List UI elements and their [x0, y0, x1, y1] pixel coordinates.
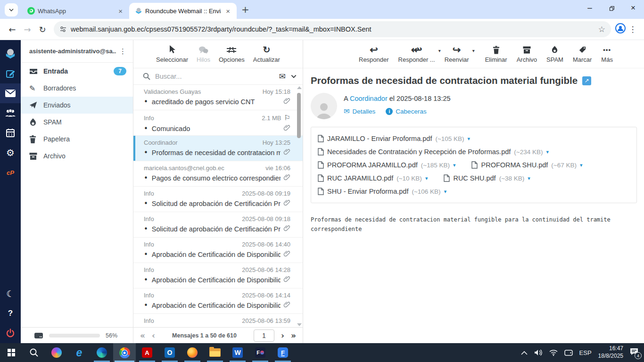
folder-papelera[interactable]: Papelera	[21, 131, 133, 148]
message-row[interactable]: Info2025-08-08 09:19 •Solicitud de aprob…	[133, 187, 303, 212]
tab-close-icon[interactable]: ×	[224, 7, 232, 15]
spam-button[interactable]: SPAM	[546, 45, 563, 63]
fs-app-button[interactable]: F	[249, 343, 272, 362]
close-button[interactable]: ×	[622, 0, 644, 16]
reply-all-caret-icon[interactable]: ▾	[438, 48, 441, 53]
internet-explorer-button[interactable]: e	[68, 343, 91, 362]
mark-button[interactable]: Marcar	[573, 45, 592, 63]
folder-enviados[interactable]: Enviados	[21, 97, 133, 114]
reply-all-button[interactable]: ↩ Responder ... ▾	[398, 45, 435, 63]
attachment-name[interactable]: PROFORMA JARAMILLO.pdf	[327, 161, 418, 169]
attachment[interactable]: SHU - Enviar Proforma.pdf(~106 KB)▾	[318, 188, 446, 195]
message-row-selected[interactable]: CoordinadorHoy 13:25 •Proformas de neces…	[133, 136, 303, 161]
attachment[interactable]: PROFORMA JARAMILLO.pdf(~185 KB)▾	[318, 161, 455, 169]
dark-mode-button[interactable]: ☾	[0, 284, 21, 304]
attachment-menu-caret-icon[interactable]: ▾	[580, 162, 583, 168]
open-in-new-window-icon[interactable]: ↗	[582, 76, 591, 85]
folder-spam[interactable]: SPAM	[21, 114, 133, 131]
search-input[interactable]	[155, 73, 279, 80]
folder-borradores[interactable]: ✎ Borradores	[21, 80, 133, 97]
reply-button[interactable]: ↩ Responder	[359, 45, 389, 63]
taskbar-clock[interactable]: 16:47 18/8/2025	[598, 345, 623, 360]
url-text[interactable]: webmail.sanjuan.gob.ec/cpsess0751905572/…	[71, 25, 598, 33]
attachment-menu-caret-icon[interactable]: ▾	[528, 175, 530, 181]
attachment-name[interactable]: RUC JARAMILLO.pdf	[327, 174, 393, 182]
account-menu-icon[interactable]: ⋮	[116, 47, 129, 56]
forward-button[interactable]: →	[20, 22, 35, 37]
calendar-nav-button[interactable]	[0, 123, 21, 143]
page-number-input[interactable]: 1	[254, 329, 274, 342]
notification-center-button[interactable]: 4	[630, 348, 638, 357]
site-settings-icon[interactable]	[59, 25, 67, 33]
attachment[interactable]: Necesidades de Contratación y Recepción …	[318, 148, 549, 156]
mail-nav-button[interactable]	[0, 83, 21, 103]
options-button[interactable]: Opciones	[219, 45, 245, 63]
search-scope-envelope-icon[interactable]: ✉	[279, 72, 286, 81]
message-row[interactable]: Info2025-08-06 14:40 •Aprobación de Cert…	[133, 238, 303, 263]
attachment-menu-caret-icon[interactable]: ▾	[468, 136, 471, 142]
headers-link[interactable]: iCabeceras	[386, 107, 426, 115]
details-link[interactable]: ✉Detalles	[344, 107, 375, 115]
word-button[interactable]: W	[226, 343, 249, 362]
recipient-link[interactable]: Coordinador	[350, 95, 388, 102]
copilot-button[interactable]	[45, 343, 68, 362]
tab-whatsapp[interactable]: WhatsApp ×	[22, 3, 129, 19]
attachment[interactable]: RUC JARAMILLO.pdf(~10 KB)▾	[318, 174, 428, 182]
message-row[interactable]: Validaciones GuayasHoy 15:18 •acreditado…	[133, 85, 303, 110]
scrollbar-thumb[interactable]	[297, 93, 301, 138]
attachment-menu-caret-icon[interactable]: ▾	[425, 175, 428, 181]
tab-search-button[interactable]	[5, 3, 18, 16]
scroll-down-arrow[interactable]	[297, 323, 302, 326]
tab-close-icon[interactable]: ×	[116, 7, 124, 15]
logout-button[interactable]	[0, 323, 21, 343]
message-row[interactable]: Info2025-08-06 13:59	[133, 314, 303, 327]
wifi-icon[interactable]	[549, 350, 558, 356]
prev-page-button[interactable]: ‹	[152, 331, 155, 340]
compose-button[interactable]	[0, 64, 21, 83]
account-row[interactable]: asistente-administrativo@sa... ⋮	[21, 40, 133, 63]
outlook-button[interactable]: O	[158, 343, 181, 362]
reload-button[interactable]: ↻	[35, 22, 50, 37]
acrobat-button[interactable]: A	[136, 343, 158, 362]
edge-button[interactable]	[91, 343, 113, 362]
new-tab-button[interactable]: +	[241, 4, 249, 15]
chrome-button[interactable]: ☻	[113, 343, 136, 362]
next-page-button[interactable]: ›	[281, 331, 284, 340]
tray-expand-chevron-icon[interactable]	[521, 351, 528, 355]
attachment-name[interactable]: RUC SHU.pdf	[453, 174, 495, 182]
first-page-button[interactable]: «	[140, 331, 145, 340]
start-button[interactable]	[0, 343, 23, 362]
minimize-button[interactable]: –	[579, 0, 601, 16]
message-row[interactable]: Info2025-08-08 09:18 •Solicitud de aprob…	[133, 212, 303, 238]
attachment-menu-caret-icon[interactable]: ▾	[444, 189, 447, 195]
back-button[interactable]: ←	[5, 22, 20, 37]
list-scrollbar[interactable]	[296, 86, 302, 326]
message-row[interactable]: Info2025-08-06 14:28 •Aprobación de Cert…	[133, 263, 303, 288]
attachment-name[interactable]: SHU - Enviar Proforma.pdf	[327, 188, 408, 195]
message-row[interactable]: Info2.1 MB⚐ •Comunicado	[133, 110, 303, 136]
attachment[interactable]: PROFORMA SHU.pdf(~67 KB)▾	[471, 161, 582, 169]
attachment-menu-caret-icon[interactable]: ▾	[546, 149, 549, 155]
last-page-button[interactable]: »	[291, 331, 296, 340]
search-options-chevron-icon[interactable]	[290, 73, 297, 80]
help-button[interactable]: ?	[0, 304, 21, 323]
firefox-button[interactable]	[181, 343, 204, 362]
refresh-button[interactable]: ↻ Actualizar	[253, 45, 280, 63]
tab-roundcube[interactable]: Roundcube Webmail :: Enviados ×	[129, 3, 237, 19]
restore-button[interactable]	[601, 0, 622, 16]
select-button[interactable]: Seleccionar	[156, 45, 188, 63]
file-explorer-button[interactable]	[204, 343, 226, 362]
bookmark-star-icon[interactable]: ☆	[598, 25, 605, 34]
volume-icon[interactable]	[534, 349, 543, 356]
profile-avatar[interactable]	[615, 23, 626, 36]
url-bar[interactable]: webmail.sanjuan.gob.ec/cpsess0751905572/…	[54, 21, 611, 37]
message-row[interactable]: Info2025-08-06 14:14 •Aprobación de Cert…	[133, 288, 303, 314]
meet-now-icon[interactable]	[564, 350, 573, 356]
attachment-name[interactable]: PROFORMA SHU.pdf	[481, 161, 548, 169]
browser-menu-icon[interactable]: ⋮	[626, 25, 639, 34]
cpanel-button[interactable]: cP	[0, 163, 21, 182]
flag-icon[interactable]: ⚐	[284, 114, 290, 122]
attachment[interactable]: JARAMILLO - Enviar Proforma.pdf(~105 KB)…	[318, 135, 470, 142]
attachment-name[interactable]: Necesidades de Contratación y Recepción …	[327, 148, 511, 156]
scroll-up-arrow[interactable]	[297, 86, 302, 89]
